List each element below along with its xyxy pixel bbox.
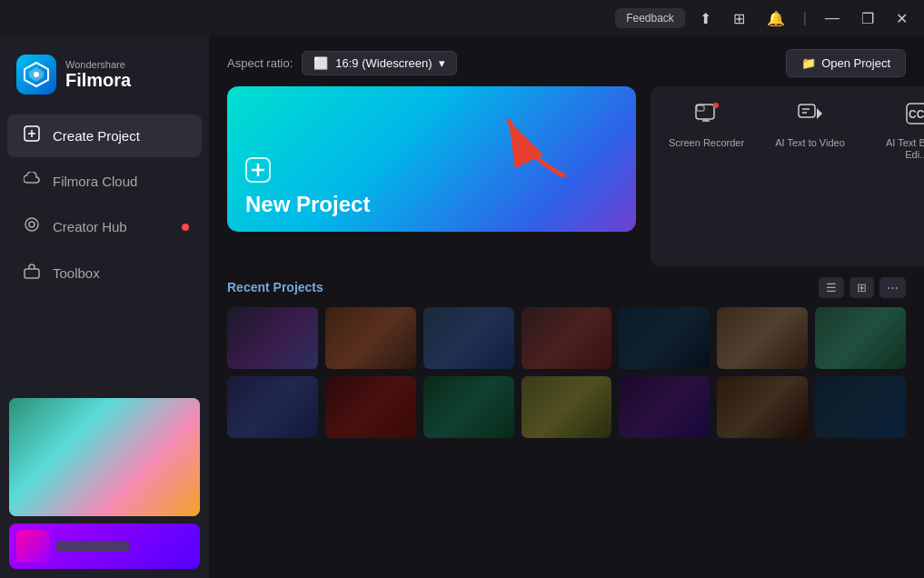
- toolbar: Aspect ratio: ⬜ 16:9 (Widescreen) ▾ 📁 Op…: [209, 36, 924, 86]
- recent-list-view-button[interactable]: ☰: [819, 277, 844, 298]
- recent-grid: [227, 307, 906, 438]
- sidebar-thumbnails: [0, 389, 209, 578]
- ai-text-video-label: AI Text to Video: [775, 137, 845, 149]
- thumb-img-9: [325, 376, 416, 438]
- aspect-ratio-value: 16:9 (Widescreen): [335, 56, 432, 70]
- thumb-img-13: [717, 376, 808, 438]
- svg-rect-14: [697, 105, 704, 111]
- sidebar-thumb-mini: [16, 530, 49, 563]
- creator-hub-icon: [24, 216, 40, 237]
- thumb-img-3: [423, 307, 514, 369]
- recent-grid-view-button[interactable]: ⊞: [849, 277, 874, 298]
- cloud-icon: [24, 172, 40, 191]
- thumb-img-4: [522, 307, 612, 369]
- thumb-img-1: [227, 307, 318, 369]
- svg-point-15: [713, 103, 719, 108]
- aspect-ratio-icon: ⬜: [313, 56, 328, 70]
- grid-icon-button[interactable]: ⊞: [726, 6, 752, 31]
- logo-area: Wondershare Filmora: [0, 44, 209, 113]
- sidebar-item-create-project[interactable]: Create Project: [7, 115, 202, 157]
- list-item[interactable]: [619, 307, 710, 369]
- svg-marker-19: [817, 108, 822, 119]
- list-item[interactable]: [522, 376, 612, 438]
- logo-text: Wondershare Filmora: [65, 59, 131, 90]
- main-content: Aspect ratio: ⬜ 16:9 (Widescreen) ▾ 📁 Op…: [209, 36, 924, 578]
- thumb-img-6: [717, 307, 808, 369]
- list-item[interactable]: [815, 307, 906, 369]
- list-item[interactable]: [423, 307, 514, 369]
- svg-rect-18: [799, 105, 815, 117]
- thumb-img-11: [522, 376, 612, 438]
- feedback-button[interactable]: Feedback: [615, 8, 685, 28]
- list-item[interactable]: [522, 307, 612, 369]
- sidebar-item-toolbox-label: Toolbox: [53, 265, 100, 281]
- recent-section: Recent Projects ☰ ⊞ ⋯: [209, 277, 924, 578]
- open-project-button[interactable]: 📁 Open Project: [786, 49, 906, 77]
- sidebar: Wondershare Filmora Create Project Fil: [0, 36, 209, 578]
- list-item[interactable]: [227, 376, 318, 438]
- app-body: Wondershare Filmora Create Project Fil: [0, 36, 924, 578]
- new-project-label: New Project: [245, 192, 618, 217]
- svg-point-6: [25, 218, 38, 231]
- aspect-ratio-select[interactable]: ⬜ 16:9 (Widescreen) ▾: [302, 51, 457, 75]
- list-item[interactable]: [717, 307, 808, 369]
- tool-screen-recorder[interactable]: Screen Recorder: [654, 90, 759, 263]
- toolbox-icon: [24, 263, 40, 284]
- thumb-img-7: [815, 307, 906, 369]
- sidebar-item-toolbox[interactable]: Toolbox: [7, 252, 202, 294]
- list-item[interactable]: [423, 376, 514, 438]
- tool-ai-text-edit[interactable]: CC AI Text Based Edi...: [861, 90, 924, 263]
- sidebar-thumb-1[interactable]: [9, 398, 200, 516]
- chevron-down-icon: ▾: [439, 56, 445, 70]
- maximize-button[interactable]: ❐: [854, 6, 881, 31]
- close-button[interactable]: ✕: [889, 6, 915, 31]
- sidebar-item-filmora-cloud[interactable]: Filmora Cloud: [7, 161, 202, 202]
- recent-more-button[interactable]: ⋯: [879, 277, 906, 298]
- separator: |: [800, 10, 810, 26]
- creator-hub-notification-dot: [182, 224, 189, 231]
- list-item[interactable]: [717, 376, 808, 438]
- screen-recorder-label: Screen Recorder: [669, 137, 744, 149]
- sidebar-item-create-project-label: Create Project: [53, 128, 140, 144]
- new-project-plus-icon: [245, 157, 618, 188]
- ai-text-edit-icon: CC: [904, 101, 924, 132]
- list-item[interactable]: [815, 376, 906, 438]
- list-item[interactable]: [325, 376, 416, 438]
- svg-text:CC: CC: [909, 108, 924, 121]
- logo-brand: Wondershare: [65, 59, 131, 70]
- list-item[interactable]: [619, 376, 710, 438]
- logo-icon: [16, 55, 56, 95]
- tool-ai-text-video[interactable]: AI Text to Video: [760, 90, 859, 263]
- create-project-icon: [24, 125, 40, 146]
- svg-point-2: [34, 72, 39, 77]
- sidebar-item-filmora-cloud-label: Filmora Cloud: [53, 174, 137, 189]
- sidebar-thumb-2[interactable]: [9, 523, 200, 569]
- recent-title: Recent Projects: [227, 280, 323, 294]
- thumb-img-14: [815, 376, 906, 438]
- bell-icon-button[interactable]: 🔔: [760, 6, 792, 31]
- title-bar: Feedback ⬆ ⊞ 🔔 | — ❐ ✕: [0, 0, 924, 36]
- thumb-img-8: [227, 376, 318, 438]
- new-project-card[interactable]: New Project: [227, 86, 636, 232]
- thumb-img-2: [325, 307, 416, 369]
- cards-area: New Project Screen Recorder: [209, 86, 924, 277]
- thumb-img-10: [423, 376, 514, 438]
- aspect-ratio-area: Aspect ratio: ⬜ 16:9 (Widescreen) ▾: [227, 51, 457, 75]
- recent-actions: ☰ ⊞ ⋯: [819, 277, 906, 298]
- list-item[interactable]: [227, 307, 318, 369]
- ai-text-edit-label: AI Text Based Edi...: [876, 137, 924, 161]
- svg-rect-8: [25, 269, 39, 278]
- recent-header: Recent Projects ☰ ⊞ ⋯: [227, 277, 906, 298]
- upload-icon-button[interactable]: ⬆: [692, 6, 719, 31]
- svg-point-7: [29, 222, 35, 227]
- sidebar-item-creator-hub-label: Creator Hub: [53, 219, 127, 234]
- thumb-img-5: [619, 307, 710, 369]
- screen-recorder-icon: [694, 101, 720, 132]
- svg-rect-13: [696, 105, 714, 119]
- thumb-img-12: [619, 376, 710, 438]
- list-item[interactable]: [325, 307, 416, 369]
- folder-icon: 📁: [801, 56, 816, 70]
- minimize-button[interactable]: —: [818, 6, 847, 30]
- sidebar-item-creator-hub[interactable]: Creator Hub: [7, 205, 202, 248]
- logo-product: Filmora: [65, 70, 131, 90]
